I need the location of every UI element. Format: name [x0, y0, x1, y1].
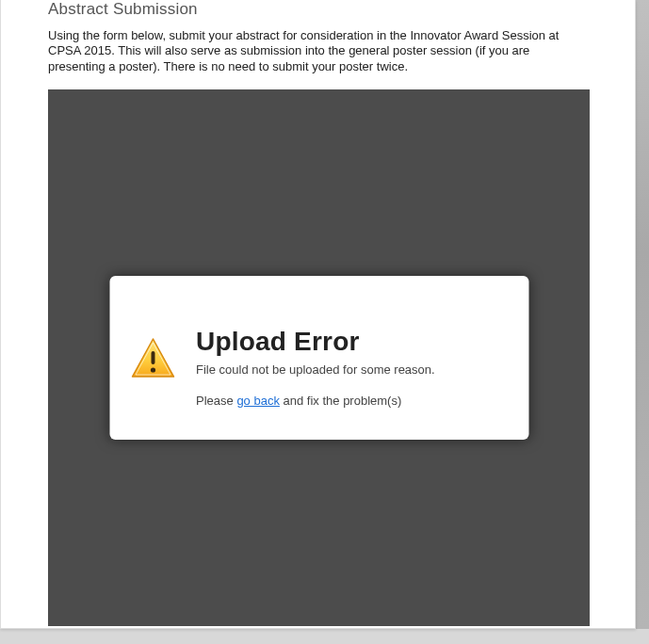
content-area: Abstract Submission Using the form below…	[1, 0, 635, 626]
error-action-suffix: and fix the problem(s)	[280, 394, 401, 408]
error-message: File could not be uploaded for some reas…	[196, 362, 508, 377]
intro-text: Using the form below, submit your abstra…	[48, 28, 588, 74]
error-title: Upload Error	[196, 327, 508, 357]
error-action: Please go back and fix the problem(s)	[196, 394, 508, 408]
warning-icon	[130, 336, 175, 381]
error-action-prefix: Please	[196, 394, 236, 408]
svg-point-3	[150, 367, 154, 372]
go-back-link[interactable]: go back	[236, 394, 280, 408]
page-container: Abstract Submission Using the form below…	[0, 0, 636, 629]
error-body: Upload Error File could not be uploaded …	[196, 304, 508, 408]
svg-rect-2	[151, 351, 154, 364]
background-sidebar	[636, 0, 649, 629]
form-embed-frame: Upload Error File could not be uploaded …	[48, 89, 590, 626]
error-dialog: Upload Error File could not be uploaded …	[109, 276, 528, 440]
page-title: Abstract Submission	[48, 0, 588, 19]
